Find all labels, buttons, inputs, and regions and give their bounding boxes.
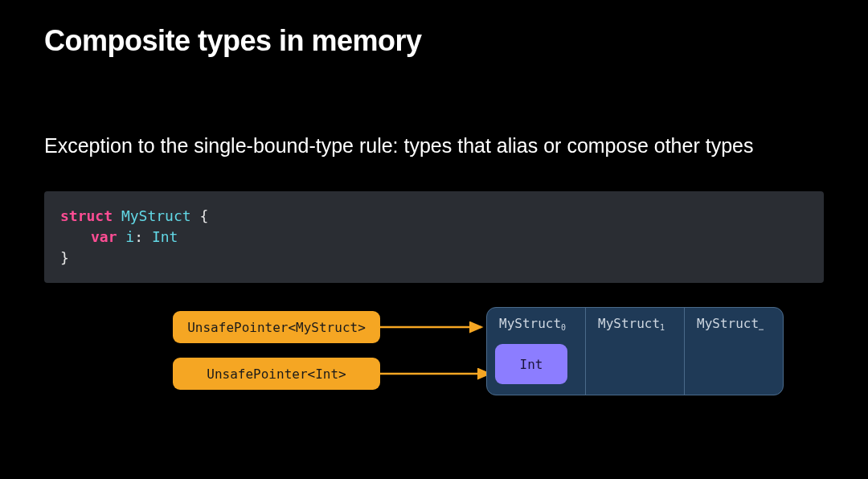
cell-label: MyStruct1	[598, 316, 674, 331]
cell-label: MyStruct…	[697, 316, 773, 331]
memory-cell-2: MyStruct…	[685, 308, 783, 395]
keyword-var: var	[91, 228, 117, 245]
pointer-struct-label: UnsafePointer<MyStruct>	[187, 320, 366, 335]
slide: Composite types in memory Exception to t…	[0, 0, 868, 424]
slide-title: Composite types in memory	[44, 24, 824, 58]
int-box: Int	[495, 344, 567, 384]
slide-subtitle: Exception to the single-bound-type rule:…	[44, 134, 824, 158]
pointer-int-label: UnsafePointer<Int>	[207, 366, 346, 382]
memory-diagram: UnsafePointer<MyStruct> UnsafePointer<In…	[44, 311, 824, 424]
int-label: Int	[520, 357, 543, 372]
brace-open: {	[199, 207, 208, 224]
brace-close: }	[60, 249, 69, 266]
memory-cell-0: MyStruct0 Int	[487, 308, 586, 395]
pointer-int-box: UnsafePointer<Int>	[173, 358, 380, 390]
memory-array: MyStruct0 Int MyStruct1 MyStruct…	[486, 307, 784, 395]
code-line-3: }	[60, 248, 808, 268]
keyword-struct: struct	[60, 207, 113, 224]
cell-label: MyStruct0	[499, 316, 575, 331]
colon: :	[134, 228, 143, 245]
typename-mystruct: MyStruct	[121, 207, 191, 224]
code-block: struct MyStruct { var i: Int }	[44, 191, 824, 283]
code-line-2: var i: Int	[60, 227, 808, 248]
field-type: Int	[152, 228, 178, 245]
field-name: i	[125, 228, 134, 245]
arrow-icon	[380, 367, 501, 380]
memory-cell-1: MyStruct1	[586, 308, 685, 395]
arrow-icon	[380, 321, 493, 334]
pointer-struct-box: UnsafePointer<MyStruct>	[173, 311, 380, 343]
code-line-1: struct MyStruct {	[60, 206, 808, 227]
